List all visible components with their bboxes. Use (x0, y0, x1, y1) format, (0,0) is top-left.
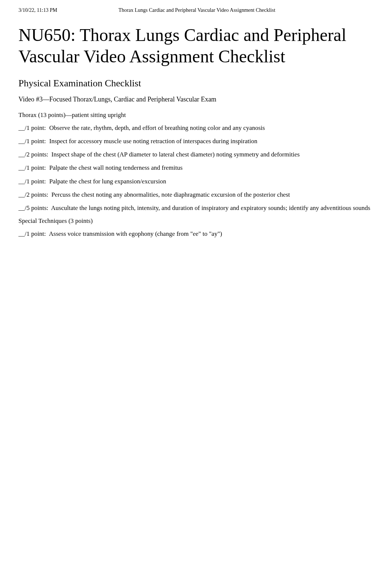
checklist-text: Inspect shape of the chest (AP diameter … (48, 151, 300, 158)
points-prefix: __/5 points: (18, 204, 48, 212)
checklist-text: Palpate the chest for lung expansion/exc… (46, 178, 166, 185)
page-title: NU650: Thorax Lungs Cardiac and Peripher… (18, 24, 374, 67)
video-title: Video #3—Focused Thorax/Lungs, Cardiac a… (18, 96, 374, 103)
checklist-text: Assess voice transmission with egophony … (46, 230, 222, 237)
checklist-item: __/1 point: Assess voice transmission wi… (18, 230, 374, 238)
points-prefix: __/2 points: (18, 151, 48, 159)
points-prefix: __/1 point: (18, 230, 46, 238)
checklist-text: Percuss the chest noting any abnormaliti… (48, 191, 290, 198)
checklist-item: __/1 point: Observe the rate, rhythm, de… (18, 124, 374, 132)
checklist-text: Inspect for accessory muscle use noting … (46, 138, 257, 145)
page-header: 3/10/22, 11:13 PM Thorax Lungs Cardiac a… (18, 7, 374, 13)
points-prefix: __/1 point: (18, 137, 46, 145)
checklist-text: Palpate the chest wall noting tenderness… (46, 164, 183, 171)
checklist-item: __/1 point: Palpate the chest wall notin… (18, 164, 374, 172)
checklist-item: __/5 points: Auscultate the lungs noting… (18, 204, 374, 212)
points-prefix: __/1 point: (18, 164, 46, 172)
section-header: Special Techniques (3 points) (18, 217, 374, 225)
checklist-item: __/2 points: Percuss the chest noting an… (18, 191, 374, 199)
checklist-item: __/1 point: Palpate the chest for lung e… (18, 177, 374, 186)
checklist-subtitle: Physical Examination Checklist (18, 78, 374, 89)
section-header: Thorax (13 points)—patient sitting uprig… (18, 111, 374, 119)
checklist-text: Auscultate the lungs noting pitch, inten… (48, 204, 370, 211)
points-prefix: __/1 point: (18, 177, 46, 186)
points-prefix: __/2 points: (18, 191, 48, 199)
checklist-text: Observe the rate, rhythm, depth, and eff… (46, 124, 265, 131)
sections-container: Thorax (13 points)—patient sitting uprig… (18, 111, 374, 238)
checklist-item: __/1 point: Inspect for accessory muscle… (18, 137, 374, 145)
checklist-item: __/2 points: Inspect shape of the chest … (18, 151, 374, 159)
doc-title-header: Thorax Lungs Cardiac and Peripheral Vasc… (20, 7, 374, 13)
points-prefix: __/1 point: (18, 124, 46, 132)
